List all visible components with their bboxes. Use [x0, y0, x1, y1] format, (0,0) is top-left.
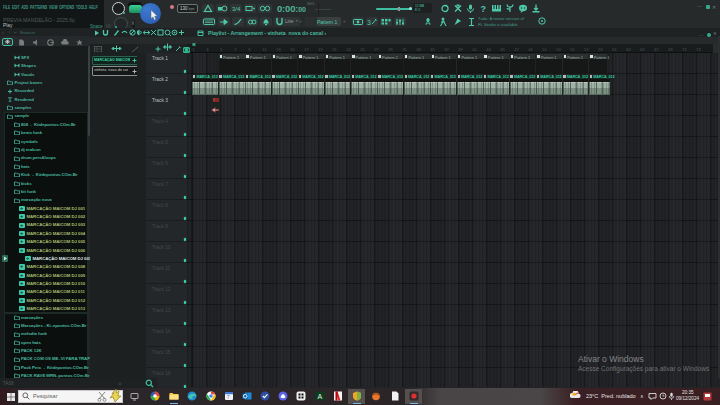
svg-text:A: A [317, 393, 322, 400]
svg-text:3/4: 3/4 [232, 6, 241, 12]
svg-text:?: ? [481, 4, 487, 13]
svg-text:3: 3 [367, 18, 371, 25]
svg-text:7: 7 [226, 394, 229, 400]
